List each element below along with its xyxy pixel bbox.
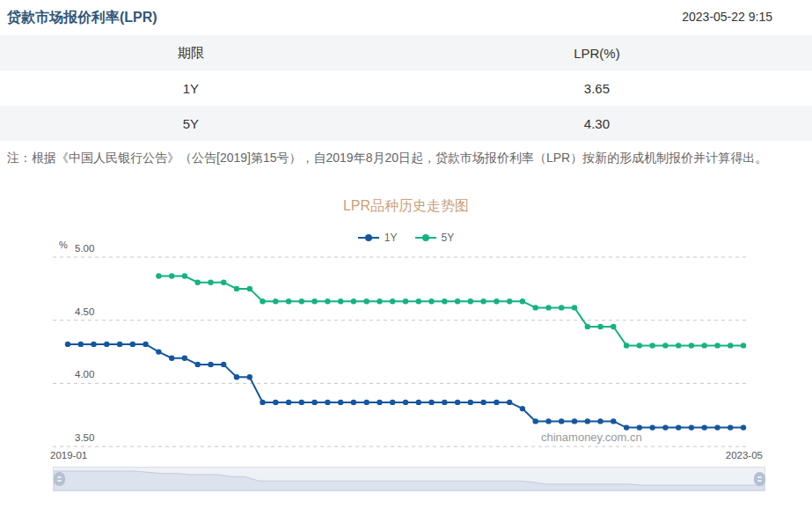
data-point-1y[interactable]: [260, 400, 265, 405]
data-point-5y[interactable]: [533, 305, 538, 310]
data-point-1y[interactable]: [143, 342, 148, 347]
slider-handle-left[interactable]: [54, 472, 65, 486]
data-point-5y[interactable]: [520, 299, 525, 304]
data-point-1y[interactable]: [702, 424, 707, 430]
data-point-5y[interactable]: [507, 299, 512, 304]
data-point-5y[interactable]: [728, 343, 733, 348]
data-point-5y[interactable]: [195, 280, 201, 285]
data-point-1y[interactable]: [714, 424, 720, 430]
data-point-5y[interactable]: [299, 299, 304, 304]
data-point-1y[interactable]: [741, 424, 746, 430]
data-point-1y[interactable]: [311, 400, 317, 405]
data-point-1y[interactable]: [156, 349, 161, 354]
data-point-1y[interactable]: [299, 400, 304, 405]
data-point-1y[interactable]: [728, 424, 733, 430]
data-point-5y[interactable]: [624, 343, 629, 348]
data-point-5y[interactable]: [649, 343, 655, 348]
data-point-1y[interactable]: [442, 400, 447, 405]
data-point-5y[interactable]: [637, 343, 642, 348]
data-point-5y[interactable]: [351, 299, 356, 304]
data-point-1y[interactable]: [559, 418, 564, 424]
data-point-5y[interactable]: [169, 273, 174, 278]
data-point-5y[interactable]: [338, 299, 343, 304]
data-point-5y[interactable]: [676, 343, 681, 348]
data-point-1y[interactable]: [507, 400, 512, 405]
data-point-1y[interactable]: [545, 418, 551, 424]
data-point-5y[interactable]: [585, 324, 590, 329]
data-point-1y[interactable]: [234, 374, 239, 380]
data-point-1y[interactable]: [416, 400, 421, 405]
data-point-5y[interactable]: [714, 343, 720, 348]
data-point-5y[interactable]: [182, 273, 187, 278]
data-point-1y[interactable]: [208, 362, 213, 367]
data-point-1y[interactable]: [169, 356, 174, 361]
data-point-5y[interactable]: [260, 299, 265, 304]
data-point-5y[interactable]: [403, 299, 408, 304]
data-point-5y[interactable]: [286, 299, 291, 304]
data-point-1y[interactable]: [338, 400, 343, 405]
data-point-1y[interactable]: [351, 400, 356, 405]
data-point-1y[interactable]: [390, 400, 395, 405]
data-point-1y[interactable]: [221, 362, 226, 367]
data-point-1y[interactable]: [364, 400, 369, 405]
data-point-5y[interactable]: [662, 343, 668, 348]
data-point-1y[interactable]: [428, 400, 434, 405]
data-point-1y[interactable]: [649, 424, 655, 430]
data-point-5y[interactable]: [364, 299, 369, 304]
data-point-1y[interactable]: [533, 418, 538, 424]
data-point-1y[interactable]: [130, 342, 135, 347]
data-point-1y[interactable]: [104, 342, 109, 347]
line-chart-canvas[interactable]: [0, 237, 812, 468]
slider-handle-right[interactable]: [754, 472, 765, 486]
data-point-5y[interactable]: [611, 324, 616, 329]
data-point-1y[interactable]: [247, 374, 252, 380]
data-point-1y[interactable]: [182, 356, 187, 361]
data-point-5y[interactable]: [494, 299, 499, 304]
data-point-5y[interactable]: [428, 299, 434, 304]
data-point-5y[interactable]: [416, 299, 421, 304]
data-point-1y[interactable]: [325, 400, 330, 405]
data-point-5y[interactable]: [702, 343, 707, 348]
data-point-1y[interactable]: [286, 400, 291, 405]
data-point-5y[interactable]: [234, 286, 239, 291]
data-point-1y[interactable]: [468, 400, 473, 405]
data-point-1y[interactable]: [455, 400, 460, 405]
data-point-5y[interactable]: [208, 280, 213, 285]
data-point-1y[interactable]: [572, 418, 577, 424]
data-point-5y[interactable]: [689, 343, 694, 348]
data-point-5y[interactable]: [597, 324, 603, 329]
data-point-1y[interactable]: [520, 406, 525, 411]
data-point-1y[interactable]: [273, 400, 278, 405]
data-point-5y[interactable]: [390, 299, 395, 304]
plot-area[interactable]: % 2019-01 2023-05 chinamoney.com.cn 5.00…: [0, 237, 812, 468]
data-point-1y[interactable]: [494, 400, 499, 405]
data-point-5y[interactable]: [247, 286, 252, 291]
data-point-1y[interactable]: [403, 400, 408, 405]
data-point-1y[interactable]: [597, 418, 603, 424]
data-point-5y[interactable]: [156, 273, 161, 278]
data-point-1y[interactable]: [676, 424, 681, 430]
data-point-1y[interactable]: [637, 424, 642, 430]
data-point-1y[interactable]: [65, 342, 70, 347]
data-point-1y[interactable]: [480, 400, 486, 405]
data-point-1y[interactable]: [91, 342, 96, 347]
data-point-5y[interactable]: [455, 299, 460, 304]
data-point-5y[interactable]: [468, 299, 473, 304]
data-point-5y[interactable]: [545, 305, 551, 310]
data-point-5y[interactable]: [377, 299, 382, 304]
data-point-5y[interactable]: [480, 299, 486, 304]
data-point-1y[interactable]: [585, 418, 590, 424]
data-point-5y[interactable]: [273, 299, 278, 304]
data-point-1y[interactable]: [377, 400, 382, 405]
data-point-5y[interactable]: [741, 343, 746, 348]
data-point-5y[interactable]: [325, 299, 330, 304]
data-point-1y[interactable]: [662, 424, 668, 430]
data-point-5y[interactable]: [572, 305, 577, 310]
data-point-1y[interactable]: [624, 424, 629, 430]
data-point-1y[interactable]: [611, 418, 616, 424]
data-point-1y[interactable]: [689, 424, 694, 430]
data-point-5y[interactable]: [221, 280, 226, 285]
data-point-5y[interactable]: [559, 305, 564, 310]
data-point-1y[interactable]: [78, 342, 84, 347]
data-point-5y[interactable]: [442, 299, 447, 304]
